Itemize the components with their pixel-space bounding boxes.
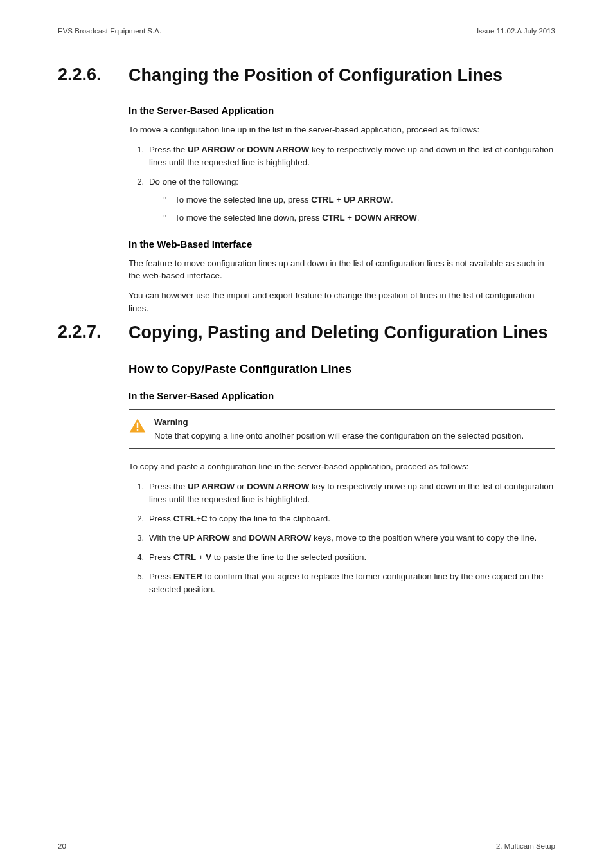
subheading: In the Server-Based Application bbox=[129, 105, 555, 116]
list-item: Press the UP ARROW or DOWN ARROW key to … bbox=[147, 480, 555, 506]
svg-rect-0 bbox=[137, 422, 138, 428]
page: EVS Broadcast Equipment S.A. Issue 11.02… bbox=[0, 0, 613, 868]
section-title: Copying, Pasting and Deleting Configurat… bbox=[129, 322, 548, 344]
subheading: In the Server-Based Application bbox=[129, 390, 555, 401]
paragraph: To move a configuration line up in the l… bbox=[129, 123, 555, 136]
warning-box: WarningNote that copying a line onto ano… bbox=[129, 409, 555, 449]
footer-chapter: 2. Multicam Setup bbox=[496, 842, 555, 850]
paragraph: To copy and paste a configuration line i… bbox=[129, 460, 555, 473]
list-item: Press the UP ARROW or DOWN ARROW key to … bbox=[147, 143, 555, 169]
ordered-list: Press the UP ARROW or DOWN ARROW key to … bbox=[129, 480, 555, 596]
section-heading: 2.2.7.Copying, Pasting and Deleting Conf… bbox=[58, 322, 555, 344]
section-number: 2.2.6. bbox=[58, 65, 129, 87]
sub-list: To move the selected line up, press CTRL… bbox=[149, 194, 555, 224]
section-content: How to Copy/Paste Configuration LinesIn … bbox=[129, 362, 555, 596]
subsection-heading: How to Copy/Paste Configuration Lines bbox=[129, 362, 555, 376]
list-item: Press CTRL+C to copy the line to the cli… bbox=[147, 512, 555, 525]
sub-list-item: To move the selected line up, press CTRL… bbox=[163, 194, 555, 206]
warning-title: Warning bbox=[154, 416, 524, 428]
warning-text: WarningNote that copying a line onto ano… bbox=[154, 416, 524, 442]
header-left: EVS Broadcast Equipment S.A. bbox=[58, 27, 161, 35]
sub-list-item: To move the selected line down, press CT… bbox=[163, 212, 555, 224]
page-header: EVS Broadcast Equipment S.A. Issue 11.02… bbox=[58, 27, 555, 39]
section-heading: 2.2.6.Changing the Position of Configura… bbox=[58, 65, 555, 87]
list-item: Press ENTER to confirm that you agree to… bbox=[147, 570, 555, 596]
list-item: Do one of the following:To move the sele… bbox=[147, 176, 555, 224]
section-title: Changing the Position of Configuration L… bbox=[129, 65, 502, 87]
page-footer: 20 2. Multicam Setup bbox=[58, 842, 555, 850]
subheading: In the Web-Based Interface bbox=[129, 239, 555, 249]
svg-rect-1 bbox=[137, 429, 138, 431]
section-content: In the Server-Based ApplicationTo move a… bbox=[129, 105, 555, 314]
paragraph: You can however use the import and expor… bbox=[129, 289, 555, 314]
paragraph: The feature to move configuration lines … bbox=[129, 257, 555, 282]
header-right: Issue 11.02.A July 2013 bbox=[477, 27, 555, 35]
warning-icon bbox=[129, 417, 147, 434]
footer-page-number: 20 bbox=[58, 842, 66, 850]
list-item: Press CTRL + V to paste the line to the … bbox=[147, 551, 555, 564]
list-item: With the UP ARROW and DOWN ARROW keys, m… bbox=[147, 532, 555, 545]
section-number: 2.2.7. bbox=[58, 322, 129, 344]
ordered-list: Press the UP ARROW or DOWN ARROW key to … bbox=[129, 143, 555, 224]
